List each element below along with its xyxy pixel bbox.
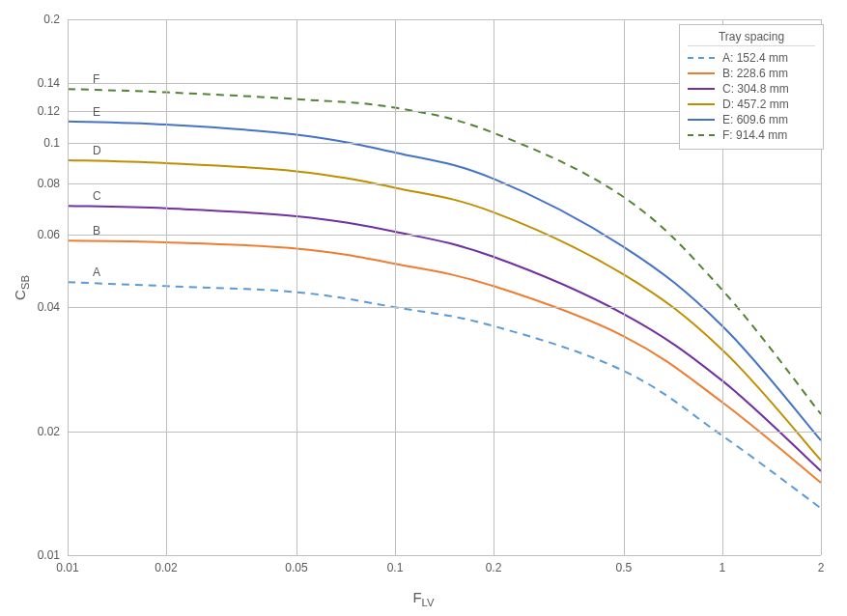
- y-tick-label: 0.01: [38, 548, 60, 562]
- chart-root: 0.010.020.050.10.20.5120.010.020.040.060…: [0, 0, 847, 616]
- x-tick-label: 0.2: [486, 561, 502, 574]
- x-tick-label: 0.5: [616, 561, 633, 574]
- series-label-B: B: [93, 224, 100, 238]
- legend-rows: A: 152.4 mmB: 228.6 mmC: 304.8 mmD: 457.…: [688, 50, 815, 143]
- x-tick-label: 0.05: [285, 561, 307, 574]
- x-tick-label: 0.1: [387, 561, 404, 574]
- legend-label-C: C: 304.8 mm: [722, 82, 789, 96]
- grid-vertical: [166, 19, 167, 555]
- legend-item-A: A: 152.4 mm: [688, 50, 815, 66]
- series-label-E: E: [93, 105, 100, 119]
- legend-label-B: B: 228.6 mm: [722, 67, 788, 80]
- x-tick-label: 0.02: [155, 561, 177, 574]
- grid-horizontal: [68, 183, 821, 184]
- legend-item-D: D: 457.2 mm: [688, 97, 815, 112]
- y-tick-label: 0.06: [38, 228, 60, 241]
- x-tick-label: 1: [720, 561, 726, 574]
- grid-horizontal: [68, 555, 821, 556]
- legend-label-F: F: 914.4 mm: [722, 128, 787, 142]
- grid-vertical: [296, 19, 297, 555]
- grid-vertical: [395, 19, 396, 555]
- legend-item-C: C: 304.8 mm: [688, 81, 815, 97]
- grid-horizontal: [68, 19, 821, 20]
- grid-horizontal: [68, 432, 821, 433]
- legend-swatch-A: [688, 57, 715, 59]
- grid-horizontal: [68, 307, 821, 308]
- grid-horizontal: [68, 235, 821, 236]
- x-tick-label: 0.01: [56, 561, 78, 574]
- grid-vertical: [494, 19, 494, 555]
- y-tick-label: 0.02: [38, 425, 60, 438]
- legend-swatch-D: [688, 103, 715, 105]
- grid-vertical: [624, 19, 625, 555]
- legend-label-E: E: 609.6 mm: [722, 113, 788, 126]
- x-axis-title-main: F: [412, 589, 421, 605]
- x-axis-title-sub: LV: [422, 597, 435, 608]
- legend-swatch-F: [688, 134, 715, 136]
- series-A: [68, 282, 821, 508]
- legend-label-D: D: 457.2 mm: [722, 98, 789, 111]
- y-tick-label: 0.14: [38, 76, 60, 90]
- y-axis-title: CSB: [12, 275, 31, 300]
- legend-item-B: B: 228.6 mm: [688, 66, 815, 81]
- y-axis-title-main: C: [12, 290, 28, 300]
- series-label-D: D: [93, 144, 101, 157]
- y-tick-label: 0.04: [38, 300, 60, 314]
- legend-label-A: A: 152.4 mm: [722, 51, 788, 65]
- legend-swatch-B: [688, 72, 715, 74]
- grid-vertical: [68, 19, 69, 555]
- legend-item-E: E: 609.6 mm: [688, 112, 815, 127]
- series-D: [68, 160, 821, 461]
- y-tick-label: 0.1: [43, 136, 60, 150]
- legend-item-F: F: 914.4 mm: [688, 127, 815, 143]
- y-tick-label: 0.08: [38, 177, 60, 190]
- y-axis-title-sub: SB: [19, 275, 31, 290]
- y-tick-label: 0.12: [38, 104, 60, 118]
- x-axis-title: FLV: [412, 589, 434, 608]
- legend-swatch-C: [688, 88, 715, 90]
- legend-swatch-E: [688, 119, 715, 121]
- legend-title: Tray spacing: [688, 29, 815, 46]
- series-label-C: C: [93, 189, 101, 203]
- y-tick-label: 0.2: [43, 13, 60, 26]
- series-B: [68, 240, 821, 483]
- series-label-F: F: [93, 72, 99, 86]
- legend: Tray spacing A: 152.4 mmB: 228.6 mmC: 30…: [679, 24, 824, 150]
- series-label-A: A: [93, 266, 100, 279]
- x-tick-label: 2: [818, 561, 825, 574]
